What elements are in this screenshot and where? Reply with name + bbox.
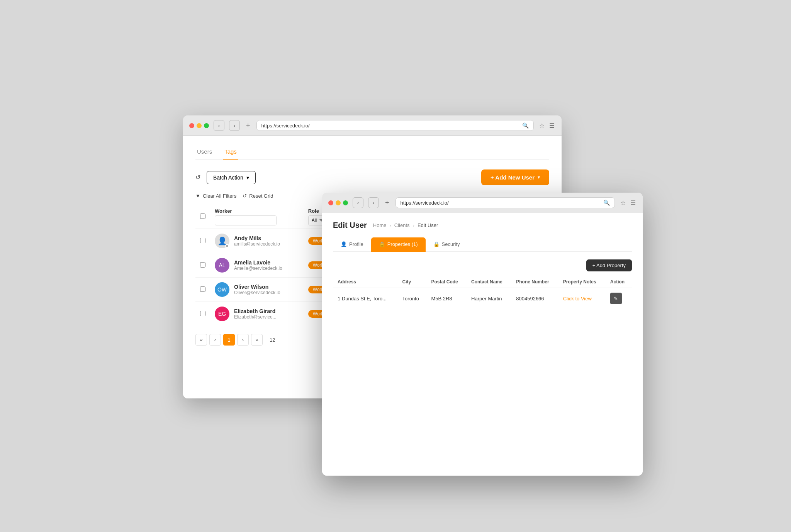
row-checkbox-elizabeth[interactable] xyxy=(200,311,205,316)
tab-security[interactable]: 🔒 Security xyxy=(426,237,468,252)
edit-property-button[interactable]: ✎ xyxy=(610,293,622,304)
browser-toolbar-icons: ☆ ☰ xyxy=(538,121,555,130)
edit-user-header: Edit User Home › Clients › Edit User xyxy=(333,221,632,230)
worker-name-andy: Andy Mills xyxy=(234,235,280,241)
worker-filter-input[interactable] xyxy=(215,215,277,225)
minimize-button-front[interactable] xyxy=(336,200,341,205)
tab-profile[interactable]: 👤 Profile xyxy=(333,237,371,252)
property-contact-name: Harper Martin xyxy=(467,288,511,309)
row-checkbox-oliver[interactable] xyxy=(200,286,205,292)
bookmark-icon[interactable]: ☆ xyxy=(538,121,545,130)
filter-icon: ▼ xyxy=(195,193,200,199)
url-bar-back[interactable]: https://servicedeck.io/ 🔍 xyxy=(256,120,534,131)
col-contact-name: Contact Name xyxy=(467,276,511,288)
tab-users[interactable]: Users xyxy=(195,145,214,160)
add-property-label: + Add Property xyxy=(592,263,626,268)
properties-icon: 🔒 xyxy=(379,241,385,247)
maximize-button-front[interactable] xyxy=(343,200,348,205)
col-property-notes: Property Notes xyxy=(558,276,606,288)
col-postal-code: Postal Code xyxy=(426,276,467,288)
back-nav-button[interactable]: ‹ xyxy=(214,120,224,131)
row-checkbox-amelia[interactable] xyxy=(200,262,205,268)
add-tab-button[interactable]: + xyxy=(244,122,252,130)
edit-icon: ✎ xyxy=(614,296,618,302)
first-page-button[interactable]: « xyxy=(195,334,207,346)
worker-email-amelia: Amelia@servicedeck.io xyxy=(234,266,282,271)
bookmark-icon-front[interactable]: ☆ xyxy=(620,198,626,207)
worker-email-andy: amills@servicedeck.io xyxy=(234,241,280,247)
batch-action-button[interactable]: Batch Action ▾ xyxy=(207,171,256,184)
avatar-andy: 👤 xyxy=(215,234,229,248)
menu-icon-front[interactable]: ☰ xyxy=(630,198,637,207)
worker-cell-elizabeth: EG Elizabeth Girard Elizabeth@service... xyxy=(215,307,299,321)
close-button-front[interactable] xyxy=(328,200,333,205)
worker-cell-andy: 👤 Andy Mills amills@servicedeck.io xyxy=(215,234,299,248)
forward-nav-button-front[interactable]: › xyxy=(368,197,379,208)
worker-name-elizabeth: Elizabeth Girard xyxy=(234,308,277,314)
menu-icon[interactable]: ☰ xyxy=(548,121,555,130)
prev-page-button[interactable]: ‹ xyxy=(209,334,221,346)
col-worker: Worker xyxy=(210,205,304,229)
traffic-lights-back xyxy=(189,123,209,128)
browser-window-front: ‹ › + https://servicedeck.io/ 🔍 ☆ ☰ Edit… xyxy=(322,193,643,476)
row-checkbox-andy[interactable] xyxy=(200,238,205,243)
col-city: City xyxy=(398,276,427,288)
select-all-checkbox[interactable] xyxy=(200,213,205,219)
avatar-amelia: AL xyxy=(215,258,229,273)
tab-tags[interactable]: Tags xyxy=(223,145,238,160)
next-page-button[interactable]: › xyxy=(237,334,249,346)
minimize-button-back[interactable] xyxy=(197,123,202,128)
app-content-front: Edit User Home › Clients › Edit User 👤 P… xyxy=(322,213,643,476)
last-page-button[interactable]: » xyxy=(251,334,263,346)
search-icon-url: 🔍 xyxy=(522,122,529,129)
profile-icon: 👤 xyxy=(341,241,347,247)
url-bar-front[interactable]: https://servicedeck.io/ 🔍 xyxy=(396,197,615,208)
close-button-back[interactable] xyxy=(189,123,194,128)
main-tabs: Users Tags xyxy=(195,145,549,160)
worker-email-elizabeth: Elizabeth@service... xyxy=(234,314,277,320)
col-action: Action xyxy=(606,276,632,288)
batch-action-label: Batch Action xyxy=(213,175,243,181)
worker-email-oliver: Oliver@servicedeck.io xyxy=(234,290,280,295)
page-size-display: 12 xyxy=(270,337,275,343)
col-phone-number: Phone Number xyxy=(511,276,558,288)
avatar-oliver: OW xyxy=(215,282,229,297)
property-notes-link[interactable]: Click to View xyxy=(563,296,592,302)
add-user-dropdown-arrow: ▾ xyxy=(538,175,540,180)
add-new-user-label: + Add New User xyxy=(491,174,535,181)
security-icon: 🔒 xyxy=(433,241,440,247)
reset-grid-button[interactable]: ↺ Reset Grid xyxy=(243,193,273,199)
property-address: 1 Dundas St E, Toro... xyxy=(333,288,398,309)
url-text-front: https://servicedeck.io/ xyxy=(401,200,600,206)
add-new-user-button[interactable]: + Add New User ▾ xyxy=(481,169,549,185)
worker-name-amelia: Amelia Lavoie xyxy=(234,259,282,266)
properties-section: + Add Property Address City Postal Code … xyxy=(333,259,632,309)
property-city: Toronto xyxy=(398,288,427,309)
avatar-dot-andy xyxy=(225,244,229,248)
clear-all-filters-button[interactable]: ▼ Clear All Filters xyxy=(195,193,236,199)
breadcrumb-home[interactable]: Home xyxy=(373,222,387,228)
properties-table: Address City Postal Code Contact Name Ph… xyxy=(333,276,632,309)
forward-nav-button[interactable]: › xyxy=(229,120,240,131)
breadcrumb-clients[interactable]: Clients xyxy=(394,222,410,228)
current-page-button[interactable]: 1 xyxy=(223,334,235,346)
traffic-lights-front xyxy=(328,200,348,205)
back-nav-button-front[interactable]: ‹ xyxy=(353,197,363,208)
search-icon-url-front: 🔍 xyxy=(603,200,610,206)
col-address: Address xyxy=(333,276,398,288)
add-tab-button-front[interactable]: + xyxy=(384,199,391,207)
url-text-back: https://servicedeck.io/ xyxy=(261,123,519,129)
worker-cell-amelia: AL Amelia Lavoie Amelia@servicedeck.io xyxy=(215,258,299,273)
property-phone: 8004592666 xyxy=(511,288,558,309)
tab-properties[interactable]: 🔒 Properties (1) xyxy=(371,237,426,252)
clear-filters-label: Clear All Filters xyxy=(203,193,236,199)
add-property-button[interactable]: + Add Property xyxy=(586,259,632,271)
property-postal-code: M5B 2R8 xyxy=(426,288,467,309)
worker-cell-oliver: OW Oliver Wilson Oliver@servicedeck.io xyxy=(215,282,299,297)
batch-action-arrow: ▾ xyxy=(246,175,249,181)
page-title: Edit User xyxy=(333,221,367,230)
breadcrumb-edit-user: Edit User xyxy=(418,222,438,228)
maximize-button-back[interactable] xyxy=(204,123,209,128)
avatar-elizabeth: EG xyxy=(215,307,229,321)
edit-tabs: 👤 Profile 🔒 Properties (1) 🔒 Security xyxy=(333,237,632,252)
